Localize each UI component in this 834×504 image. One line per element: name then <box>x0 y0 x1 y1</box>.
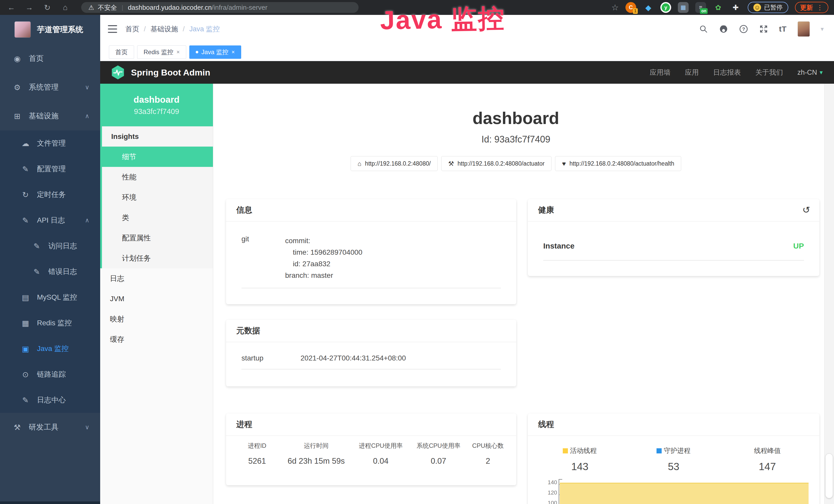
log-icon: ✎ <box>21 216 30 225</box>
metadata-card: 元数据 startup 2021-04-27T00:44:31.254+08:0… <box>226 320 516 386</box>
home-icon[interactable]: ⌂ <box>60 2 71 13</box>
sidebar-item-redis-monitor[interactable]: ▦ Redis 监控 <box>0 310 100 336</box>
address-bar[interactable]: ⚠ 不安全 | dashboard.yudao.iocoder.cn/infra… <box>81 2 358 13</box>
sidebar-item-access-logs[interactable]: ✎ 访问日志 <box>0 233 100 259</box>
row-divider <box>241 288 501 288</box>
gear-icon: ⚙ <box>12 83 22 92</box>
sidebar-item-system[interactable]: ⚙ 系统管理 ∨ <box>0 73 100 102</box>
sba-item-caches[interactable]: 缓存 <box>100 329 213 349</box>
language-selector[interactable]: zh-CN ▾ <box>797 69 823 76</box>
text-size-icon[interactable]: tT <box>779 25 787 33</box>
main-sidebar: 芋道管理系统 ◉ 首页 ⚙ 系统管理 ∨ ⊞ 基础设施 ∧ ☁ 文件管理 ✎ 配… <box>0 15 100 504</box>
avatar-caret-icon[interactable]: ▾ <box>821 25 824 32</box>
info-card-title: 信息 <box>236 205 252 215</box>
active-tab-dot <box>196 51 198 53</box>
breadcrumb: 首页 / 基础设施 / Java 监控 <box>125 24 220 33</box>
extension-pin-icon[interactable]: ◆ <box>643 2 654 13</box>
sba-item-mappings[interactable]: 映射 <box>100 309 213 329</box>
sba-nav-wallboard[interactable]: 应用墙 <box>650 68 671 77</box>
actuator-url-button[interactable]: ⚒ http://192.168.0.2:48080/actuator <box>441 156 551 171</box>
chevron-down-icon: ▾ <box>820 69 823 76</box>
extension-green-icon[interactable]: y <box>660 2 671 13</box>
reload-icon[interactable]: ↻ <box>42 2 53 13</box>
sba-item-classes[interactable]: 类 <box>102 207 213 228</box>
sidebar-item-log-center[interactable]: ✎ 日志中心 <box>0 387 100 413</box>
tags-view-bar: 首页 Redis 监控 × Java 监控 × <box>100 43 834 61</box>
brand-title: 芋道管理系统 <box>37 24 83 35</box>
fullscreen-icon[interactable] <box>759 24 768 33</box>
tab-redis-monitor[interactable]: Redis 监控 × <box>137 45 186 59</box>
service-url-button[interactable]: ⌂ http://192.168.0.2:48080/ <box>351 156 438 171</box>
extension-grid-icon[interactable]: ▦ <box>678 2 688 13</box>
chevron-down-icon: ∨ <box>85 84 89 91</box>
tab-java-monitor[interactable]: Java 监控 × <box>189 45 241 59</box>
sba-nav-journal[interactable]: 日志报表 <box>713 68 741 77</box>
extension-switch-icon[interactable]: ≡on <box>695 2 706 13</box>
threads-legend: 活动线程 143 守护进程 53 线程峰值 147 <box>528 436 819 473</box>
sidebar-item-file-mgmt[interactable]: ☁ 文件管理 <box>0 131 100 156</box>
sba-nav-about[interactable]: 关于我们 <box>755 68 783 77</box>
extension-colorzilla-icon[interactable]: C1 <box>626 2 636 13</box>
breadcrumb-home[interactable]: 首页 <box>125 24 139 33</box>
cloud-icon: ☁ <box>21 139 30 148</box>
history-icon[interactable]: ↺ <box>803 205 810 215</box>
svg-text:?: ? <box>742 26 745 32</box>
health-instance-row: Instance UP <box>528 222 819 250</box>
extension-leaf-icon[interactable]: ✿ <box>713 2 724 13</box>
back-icon[interactable]: ← <box>6 2 17 13</box>
sidebar-item-java-monitor[interactable]: ▣ Java 监控 <box>0 336 100 362</box>
process-id-value: 5261 <box>234 457 281 466</box>
scrollbar-thumb[interactable] <box>825 453 833 498</box>
user-avatar[interactable] <box>797 21 810 37</box>
sidebar-item-scheduled-tasks[interactable]: ↻ 定时任务 <box>0 182 100 207</box>
search-icon[interactable] <box>699 24 708 33</box>
log-center-icon: ✎ <box>21 396 30 405</box>
timer-icon: ↻ <box>21 190 30 199</box>
sidebar-item-config-mgmt[interactable]: ✎ 配置管理 <box>0 156 100 182</box>
extension-on-badge: on <box>700 8 708 14</box>
sidebar-item-infra[interactable]: ⊞ 基础设施 ∧ <box>0 102 100 131</box>
profile-paused-chip[interactable]: ☺ 已暂停 <box>748 2 788 13</box>
tab-home[interactable]: 首页 <box>109 45 134 59</box>
sba-item-metrics[interactable]: 性能 <box>102 167 213 187</box>
sba-item-jvm[interactable]: JVM <box>100 289 213 309</box>
sidebar-item-home[interactable]: ◉ 首页 <box>0 44 100 73</box>
instance-header: dashboard 93a3fc7f7409 <box>100 84 213 126</box>
forward-icon[interactable]: → <box>24 2 35 13</box>
close-icon[interactable]: × <box>176 49 180 55</box>
threads-card-title: 线程 <box>538 419 554 430</box>
sba-nav-applications[interactable]: 应用 <box>685 68 699 77</box>
sba-item-environment[interactable]: 环境 <box>102 187 213 207</box>
health-url-button[interactable]: ♥ http://192.168.0.2:48080/actuator/heal… <box>555 156 681 171</box>
sidebar-item-dev-tools[interactable]: ⚒ 研发工具 ∨ <box>0 413 100 442</box>
sidebar-item-error-logs[interactable]: ✎ 错误日志 <box>0 259 100 284</box>
github-icon[interactable] <box>719 24 728 33</box>
mysql-icon: ▤ <box>21 293 30 302</box>
brand-logo-area[interactable]: 芋道管理系统 <box>0 15 100 44</box>
extensions-puzzle-icon[interactable]: ✚ <box>730 2 741 13</box>
threads-chart: 140 120 100 <box>528 479 819 504</box>
sba-item-details[interactable]: 细节 <box>102 146 213 167</box>
scrollbar-track[interactable] <box>824 84 834 504</box>
sidebar-item-mysql-monitor[interactable]: ▤ MySQL 监控 <box>0 284 100 310</box>
sba-item-logs[interactable]: 日志 <box>100 268 213 289</box>
breadcrumb-infra[interactable]: 基础设施 <box>151 24 178 33</box>
edit-icon: ✎ <box>21 165 30 174</box>
sidebar-item-api-logs[interactable]: ✎ API 日志 ∧ <box>0 207 100 233</box>
page-annotation: Java 监控 <box>380 1 506 38</box>
close-icon[interactable]: × <box>232 49 235 55</box>
redis-icon: ▦ <box>21 319 30 328</box>
browser-menu-icon[interactable]: ⋮ <box>816 4 823 12</box>
sba-item-config-props[interactable]: 配置属性 <box>102 228 213 248</box>
hamburger-icon[interactable] <box>108 25 117 33</box>
health-card: 健康 ↺ Instance UP <box>528 199 819 276</box>
help-icon[interactable]: ? <box>739 24 748 33</box>
sidebar-item-tracing[interactable]: ⊙ 链路追踪 <box>0 362 100 387</box>
brand-avatar <box>14 21 31 38</box>
security-label[interactable]: 不安全 <box>97 3 117 12</box>
sba-item-scheduled[interactable]: 计划任务 <box>102 248 213 268</box>
sidebar-bottom-strip <box>0 501 100 504</box>
bookmark-star-icon[interactable]: ☆ <box>611 3 619 12</box>
status-badge: UP <box>793 242 804 250</box>
update-browser-button[interactable]: 更新 ⋮ <box>795 2 828 13</box>
